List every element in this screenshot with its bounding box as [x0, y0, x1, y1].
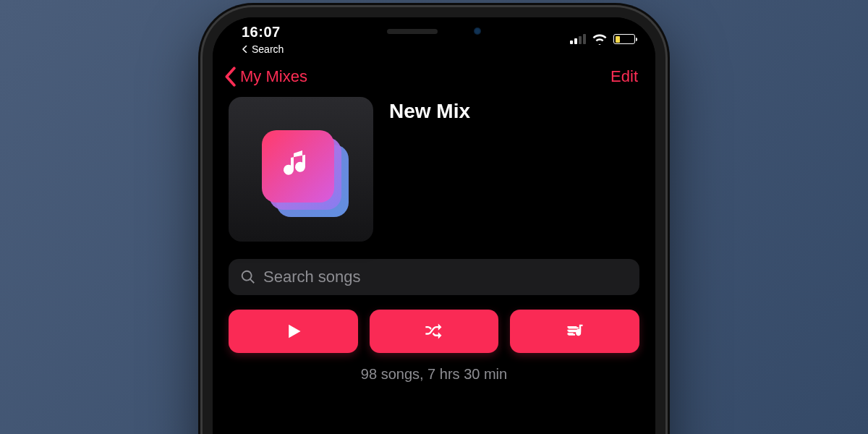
edit-button[interactable]: Edit — [610, 67, 638, 86]
music-note-icon — [281, 149, 315, 184]
back-label: My Mixes — [240, 67, 307, 86]
speaker-grille — [387, 29, 438, 34]
status-time: 16:07 — [242, 24, 281, 41]
mix-header: New Mix — [229, 97, 639, 242]
shuffle-button[interactable] — [370, 310, 499, 353]
queue-button[interactable] — [510, 310, 639, 353]
nav-bar: My Mixes Edit — [213, 51, 655, 97]
mix-summary: 98 songs, 7 hrs 30 min — [229, 366, 639, 383]
front-camera — [474, 27, 481, 35]
notch — [340, 17, 528, 45]
screen: 16:07 Search — [213, 17, 655, 434]
cellular-signal-icon — [570, 34, 586, 44]
play-icon — [283, 321, 303, 341]
breadcrumb-back[interactable]: Search — [242, 43, 284, 55]
mix-title: New Mix — [389, 97, 470, 123]
search-songs-field[interactable] — [229, 259, 639, 295]
back-button[interactable]: My Mixes — [223, 67, 307, 87]
shuffle-icon — [424, 321, 444, 341]
action-row — [229, 310, 639, 353]
search-input[interactable] — [263, 268, 628, 286]
play-button[interactable] — [229, 310, 358, 353]
battery-icon — [613, 34, 635, 44]
chevron-left-icon — [223, 67, 237, 87]
search-icon — [240, 269, 256, 285]
wifi-icon — [592, 33, 608, 45]
phone-frame: 16:07 Search — [203, 7, 665, 434]
playlist-icon — [565, 321, 585, 341]
breadcrumb-label: Search — [252, 43, 284, 55]
mix-artwork[interactable] — [229, 97, 373, 242]
chevron-left-icon — [242, 46, 249, 53]
